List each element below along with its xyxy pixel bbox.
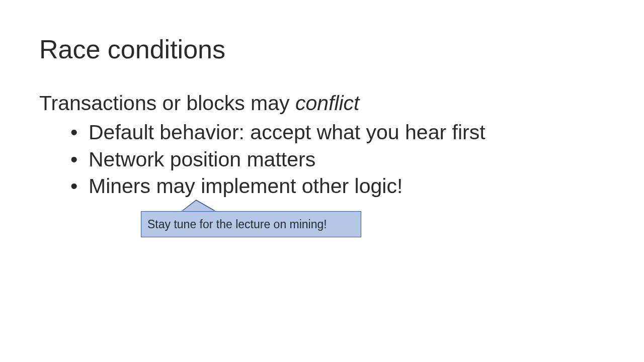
list-item: Default behavior: accept what you hear f… [70,119,614,146]
list-item: Miners may implement other logic! [70,173,614,200]
bullet-list: Default behavior: accept what you hear f… [70,119,614,200]
callout-text: Stay tune for the lecture on mining! [147,218,327,231]
slide-body: Transactions or blocks may conflict Defa… [39,90,614,200]
callout-pointer-icon [141,199,362,212]
lead-prefix: Transactions or blocks may [39,92,295,115]
slide-title: Race conditions [39,34,225,64]
lead-emphasis: conflict [295,92,360,115]
lead-line: Transactions or blocks may conflict [39,90,614,116]
callout-box: Stay tune for the lecture on mining! [141,211,361,237]
callout: Stay tune for the lecture on mining! [141,199,362,237]
svg-marker-0 [181,200,216,212]
list-item: Network position matters [70,146,614,173]
